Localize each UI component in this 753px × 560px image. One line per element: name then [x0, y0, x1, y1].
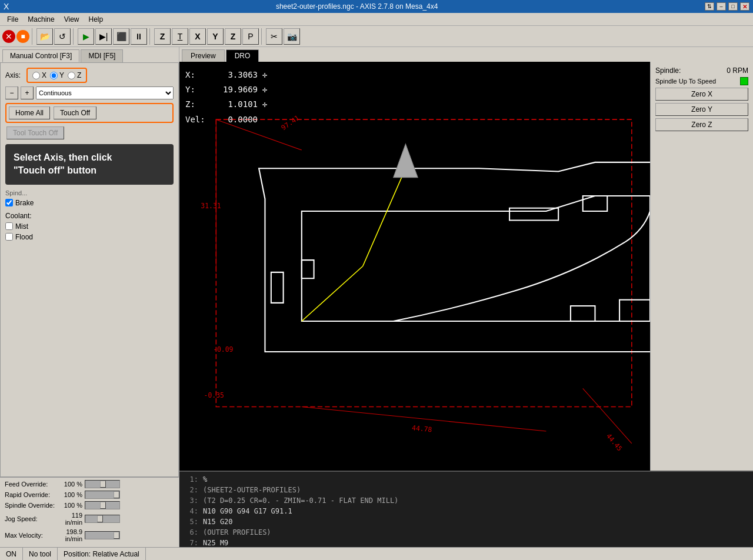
svg-line-16: [363, 168, 406, 266]
spindle-override-value: 100 %: [60, 502, 82, 509]
flood-label: Flood: [15, 233, 33, 241]
camera-btn[interactable]: 📷: [284, 28, 300, 45]
pause-button[interactable]: ■: [16, 30, 29, 43]
tab-mdi[interactable]: MDI [F5]: [81, 49, 123, 62]
statusbar: ON No tool Position: Relative Actual: [0, 547, 753, 560]
jog-speed-slider[interactable]: [85, 515, 120, 523]
tab-manual-control[interactable]: Manual Control [F3]: [2, 49, 79, 62]
axis-y-btn[interactable]: Y: [207, 28, 224, 45]
run-button[interactable]: ▶: [78, 28, 94, 45]
menu-view[interactable]: View: [59, 14, 84, 25]
coord-z-row: Z: 1.0101 ✛: [185, 97, 267, 112]
tab-preview[interactable]: Preview: [182, 49, 225, 62]
step-button[interactable]: ▶|: [95, 28, 112, 45]
open-button[interactable]: 📂: [36, 28, 53, 45]
max-velocity-label: Max Velocity:: [5, 532, 58, 539]
axis-x-radio[interactable]: X: [32, 71, 46, 79]
brake-checkbox[interactable]: [5, 199, 13, 206]
tool-touch-off-button[interactable]: Tool Touch Off: [6, 126, 64, 139]
hint-box: Select Axis, then click "Touch off" butt…: [5, 144, 174, 185]
zero-y-button[interactable]: Zero Y: [655, 103, 748, 116]
win-close[interactable]: ✕: [740, 2, 749, 11]
flood-checkbox[interactable]: [5, 233, 13, 241]
axis-z-btn2[interactable]: Z: [225, 28, 241, 45]
home-all-button[interactable]: Home All: [9, 106, 50, 119]
touch-off-button[interactable]: Touch Off: [54, 106, 96, 119]
spindle-rpm-row: Spindle: 0 RPM: [655, 66, 748, 75]
blockdelete-button[interactable]: ⏸: [131, 28, 147, 45]
spindle-label: Spind...: [5, 189, 27, 196]
spindle-override-row: Spindle Override: 100 %: [5, 501, 174, 509]
coolant-label: Coolant:: [5, 212, 32, 220]
status-position-label: Position: Relative Actual: [64, 550, 139, 558]
status-tool-cell: No tool: [23, 548, 58, 560]
reload-button[interactable]: ↺: [54, 28, 71, 45]
panel-tabs: Manual Control [F3] MDI [F5]: [0, 47, 179, 62]
gcode-panel[interactable]: 1:%2:(SHEET2-OUTER-PROFILES)3:(T2 D=0.25…: [179, 471, 753, 547]
left-panel: Manual Control [F3] MDI [F5] Axis: X Y Z: [0, 47, 179, 547]
spindle-up-label: Spindle Up To Speed: [655, 78, 716, 85]
svg-line-17: [302, 266, 363, 322]
menu-file[interactable]: File: [2, 14, 23, 25]
feed-override-slider[interactable]: [85, 480, 120, 488]
sep2: [73, 28, 75, 45]
sep1: [32, 28, 34, 45]
gcode-line: 1:%: [184, 474, 748, 485]
sep3: [149, 28, 152, 45]
toolbar: ✕ ■ 📂 ↺ ▶ ▶| ⬛ ⏸ Z T X Y Z P ✂ 📷: [0, 26, 753, 47]
zero-x-button[interactable]: Zero X: [655, 88, 748, 101]
preview-tabs: Preview DRO: [179, 47, 753, 62]
jog-minus-btn[interactable]: −: [5, 86, 18, 99]
cut-btn[interactable]: ✂: [266, 28, 282, 45]
canvas-area: X: 3.3063 ✛ Y: 19.9669 ✛ Z: 1.0101 ✛: [179, 62, 650, 471]
max-velocity-value: 198.9 in/min: [60, 528, 82, 542]
menu-help[interactable]: Help: [84, 14, 108, 25]
gcode-line: 2:(SHEET2-OUTER-PROFILES): [184, 485, 748, 495]
tab-dro[interactable]: DRO: [226, 49, 259, 62]
svg-text:44.78: 44.78: [411, 424, 432, 434]
coord-x-row: X: 3.3063 ✛: [185, 68, 267, 82]
rapid-override-value: 100 %: [60, 491, 82, 498]
gcode-line: 6:(OUTER PROFILES): [184, 527, 748, 538]
jog-plus-btn[interactable]: +: [21, 86, 34, 99]
menu-machine[interactable]: Machine: [23, 14, 59, 25]
gcode-line: 5:N15 G20: [184, 516, 748, 527]
titlebar-x: X: [4, 2, 9, 11]
axis-x-btn[interactable]: X: [189, 28, 206, 45]
max-velocity-slider[interactable]: [85, 531, 120, 539]
verify-button[interactable]: ⬛: [113, 28, 129, 45]
rapid-override-slider[interactable]: [85, 491, 120, 499]
axis-y-radio[interactable]: Y: [50, 71, 64, 79]
jog-speed-label: Jog Speed:: [5, 515, 58, 522]
home-z-btn[interactable]: Z: [154, 28, 171, 45]
touch-icon-btn[interactable]: T: [172, 28, 188, 45]
axis-z-radio[interactable]: Z: [68, 71, 81, 79]
coord-overlay: X: 3.3063 ✛ Y: 19.9669 ✛ Z: 1.0101 ✛: [185, 68, 267, 127]
jog-mode-select[interactable]: Continuous Step: [36, 86, 174, 99]
rapid-override-row: Rapid Override: 100 %: [5, 491, 174, 499]
spindle-rpm-value: 0 RPM: [727, 66, 748, 75]
svg-marker-18: [394, 144, 418, 178]
status-position-cell: Position: Relative Actual: [58, 548, 146, 560]
estop-button[interactable]: ✕: [2, 30, 15, 43]
main-area: Manual Control [F3] MDI [F5] Axis: X Y Z: [0, 47, 753, 547]
win-minimize[interactable]: –: [717, 2, 726, 11]
coord-z-label: Z:: [185, 97, 206, 112]
zero-z-button[interactable]: Zero Z: [655, 118, 748, 131]
coord-z-value: 1.0101: [211, 97, 258, 112]
coolant-section: Coolant: Mist Flood: [5, 212, 174, 241]
svg-text:31.31: 31.31: [201, 202, 221, 210]
axis-p-btn[interactable]: P: [242, 28, 259, 45]
gcode-line: 3:(T2 D=0.25 CR=0. - ZMIN=-0.71 - FLAT E…: [184, 495, 748, 506]
mist-row: Mist: [5, 222, 174, 231]
home-touch-row: Home All Touch Off: [5, 103, 174, 123]
spindle-override-slider[interactable]: [85, 501, 120, 509]
hint-line1: Select Axis, then click: [14, 152, 112, 162]
control-panel: Axis: X Y Z − + Cont: [0, 62, 179, 477]
mist-checkbox[interactable]: [5, 222, 13, 230]
svg-rect-0: [216, 119, 631, 406]
sep4: [261, 28, 264, 45]
axis-row: Axis: X Y Z: [5, 68, 174, 83]
win-updown[interactable]: ⇅: [705, 2, 714, 11]
win-maximize[interactable]: □: [728, 2, 738, 11]
